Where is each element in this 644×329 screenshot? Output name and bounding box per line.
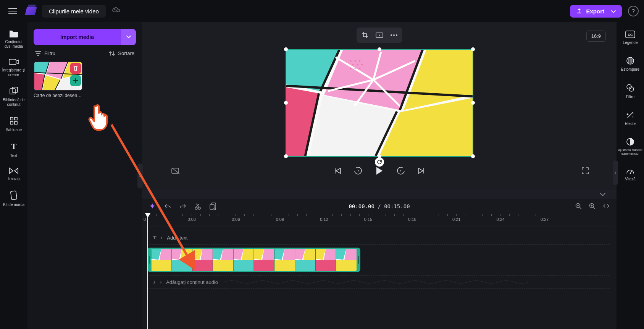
svg-rect-6 <box>15 122 17 124</box>
ruler-label: 0:18 <box>408 217 416 222</box>
zoom-out-button[interactable] <box>575 203 582 210</box>
svg-marker-65 <box>160 249 172 261</box>
resize-handle[interactable] <box>378 47 381 51</box>
add-media-to-timeline-button[interactable] <box>70 75 81 86</box>
rotate-handle[interactable] <box>375 157 384 167</box>
menu-button[interactable] <box>5 5 20 17</box>
ruler-label: 0:03 <box>188 217 196 222</box>
import-media-button[interactable]: Import media <box>34 29 121 45</box>
svg-rect-7 <box>11 191 17 200</box>
zoom-fit-button[interactable] <box>603 203 610 210</box>
text-track[interactable]: T + Add text <box>147 231 611 245</box>
svg-marker-111 <box>336 260 357 271</box>
resize-handle[interactable] <box>284 47 288 51</box>
timeline-toolbar: 00:00.00 / 00:15.00 <box>142 199 617 214</box>
resize-handle[interactable] <box>284 154 288 158</box>
text-icon: T <box>11 141 17 151</box>
copy-button[interactable] <box>209 203 216 210</box>
svg-marker-106 <box>315 260 336 271</box>
annotation-cursor-icon <box>88 102 115 135</box>
timeline[interactable]: 00:030:060:090:120:150:180:210:240:27 T … <box>142 214 617 329</box>
rail-filters[interactable]: Filtre <box>618 83 643 99</box>
export-button[interactable]: Export <box>570 5 622 18</box>
collapse-right-rail-button[interactable]: ‹ <box>613 160 618 185</box>
media-panel: Import media Filtru Sortare <box>27 22 142 329</box>
media-item-comic[interactable]: Carte de benzi desenate <box>34 62 82 98</box>
rail-your-media[interactable]: Conținutul dvs. media <box>2 29 26 49</box>
rail-color-adjust[interactable]: Ajustarea culorilor cuibir textului <box>618 138 643 156</box>
svg-marker-96 <box>274 260 295 271</box>
rail-brand-kit[interactable]: Kit de marcă <box>2 190 26 207</box>
timeline-collapse-button[interactable] <box>142 190 617 199</box>
timecode-display: 00:00.00 / 00:15.00 <box>349 203 410 209</box>
ruler-label: 0:12 <box>320 217 328 222</box>
delete-media-button[interactable] <box>70 63 81 74</box>
import-media-group: Import media <box>34 29 136 45</box>
timeline-ruler[interactable]: 00:030:060:090:120:150:180:210:240:27 <box>142 214 617 227</box>
svg-marker-71 <box>172 260 192 271</box>
rail-record-create[interactable]: Înregistrare și creare <box>2 58 26 77</box>
svg-marker-95 <box>282 249 295 261</box>
app-logo <box>25 7 37 15</box>
svg-point-119 <box>630 173 631 174</box>
right-rail: CC Legende Estompare Filtre Efecte Ajust… <box>617 22 644 329</box>
import-media-dropdown[interactable] <box>121 29 136 45</box>
top-bar: Clipurile mele video Export ? <box>0 0 644 22</box>
resize-handle[interactable] <box>471 154 475 158</box>
cloud-sync-icon <box>112 7 120 15</box>
sort-button[interactable]: Sortare <box>109 50 134 56</box>
split-button[interactable] <box>195 203 201 210</box>
hide-preview-button[interactable] <box>171 167 180 175</box>
svg-marker-85 <box>242 249 254 261</box>
rail-content-library[interactable]: Bibliotecă de conținut <box>2 86 26 107</box>
rail-transitions[interactable]: Tranziții <box>2 167 26 181</box>
ruler-label: 0:21 <box>452 217 460 222</box>
fit-button[interactable] <box>373 29 386 41</box>
ruler-label: 0:24 <box>496 217 504 222</box>
svg-marker-81 <box>213 260 233 271</box>
svg-point-57 <box>195 207 197 209</box>
resize-handle[interactable] <box>471 101 475 105</box>
resize-handle[interactable] <box>471 47 475 51</box>
left-rail: Conținutul dvs. media Înregistrare și cr… <box>0 22 27 329</box>
rail-text[interactable]: T Text <box>2 141 26 158</box>
rail-speed[interactable]: Viteză <box>618 167 643 182</box>
svg-text:5: 5 <box>399 169 401 173</box>
forward-5-button[interactable]: 5 <box>396 167 405 175</box>
crop-button[interactable] <box>358 29 372 41</box>
resize-handle[interactable] <box>284 101 288 105</box>
svg-text:5: 5 <box>357 169 359 173</box>
svg-rect-3 <box>10 117 13 120</box>
rail-effects[interactable]: Efecte <box>618 111 643 126</box>
undo-button[interactable] <box>164 203 171 209</box>
aspect-ratio-button[interactable]: 16:9 <box>586 31 606 42</box>
seek-end-button[interactable] <box>418 168 424 174</box>
seek-start-button[interactable] <box>334 168 341 174</box>
svg-marker-76 <box>192 260 213 271</box>
svg-rect-0 <box>9 59 16 65</box>
filter-button[interactable]: Filtru <box>35 50 55 56</box>
svg-point-52 <box>359 68 360 69</box>
help-button[interactable]: ? <box>628 6 639 16</box>
clip-trim-right[interactable] <box>357 248 360 272</box>
rail-fade[interactable]: Estompare <box>618 57 643 72</box>
playhead[interactable] <box>147 214 148 329</box>
zoom-in-button[interactable] <box>589 203 596 210</box>
svg-marker-86 <box>233 260 254 271</box>
play-button[interactable] <box>376 167 383 175</box>
rail-templates[interactable]: Șabloane <box>2 116 26 132</box>
more-preview-button[interactable] <box>387 29 401 41</box>
project-title[interactable]: Clipurile mele video <box>42 5 106 18</box>
fullscreen-button[interactable] <box>581 167 589 175</box>
svg-marker-101 <box>295 260 316 271</box>
preview-toolbar <box>357 28 402 43</box>
ai-sparkle-button[interactable] <box>149 203 156 210</box>
rewind-5-button[interactable]: 5 <box>354 167 363 175</box>
rail-captions[interactable]: CC Legende <box>618 31 643 45</box>
preview-canvas[interactable] <box>286 49 473 157</box>
redo-button[interactable] <box>179 203 186 209</box>
svg-marker-105 <box>324 249 336 261</box>
video-clip[interactable] <box>147 248 360 272</box>
svg-rect-5 <box>10 122 13 124</box>
audio-track[interactable]: ♪ + Adăugați conținut audio <box>147 275 611 289</box>
